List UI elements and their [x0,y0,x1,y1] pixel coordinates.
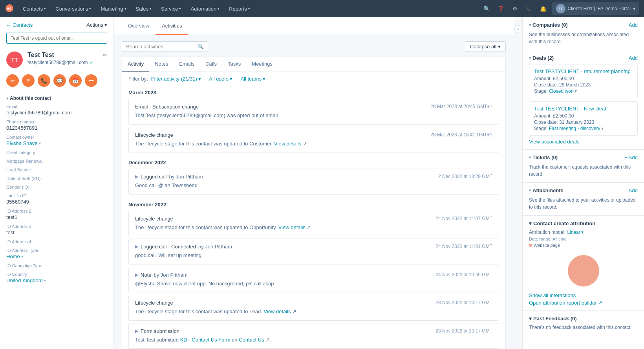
send-email-button[interactable]: ✉ [22,74,35,87]
collapse-icon: ▾ [529,23,531,27]
field-phone: Phone number 01234567891 [6,119,107,131]
collapse-icon: ▾ [529,220,532,226]
tickets-section: ▾ Tickets (0) + Add Track the customer r… [523,150,644,183]
view-details-link[interactable]: View details [278,224,306,230]
add-attachment-link[interactable]: Add [629,187,638,193]
expand-icon[interactable]: ▶ [135,244,138,249]
external-link-icon: ↗ [598,300,602,306]
hubspot-logo: HS [5,4,14,14]
expand-icon[interactable]: ▶ [135,272,138,277]
field-mortgage-renewal: Mortgage Renewal [6,159,107,163]
filter-separator: - [204,76,206,82]
tab-meetings[interactable]: Meetings [246,57,278,72]
activities-toolbar: 🔍 Collapse all ▾ [122,41,506,52]
tab-activities[interactable]: Activities [156,17,188,35]
nav-contacts[interactable]: Contacts ▾ [19,4,50,13]
activity-item: Lifecycle change 28 Mar 2023 at 18:41 GM… [128,127,499,153]
nav-conversations[interactable]: Conversations ▾ [51,4,95,13]
nav-marketing[interactable]: Marketing ▾ [97,4,130,13]
edit-contact-icon[interactable]: ✏ [103,52,107,58]
all-teams-filter[interactable]: All teams ▾ [240,76,265,82]
search-activities-box: 🔍 [122,41,208,52]
tab-calls[interactable]: Calls [200,57,222,72]
collapse-icon: ▾ [529,56,531,60]
contact-owner-dropdown[interactable]: Elysha Shave ▾ [6,140,107,146]
tab-emails[interactable]: Emails [174,57,200,72]
activities-container: 🔍 Collapse all ▾ Activity Notes Email [114,35,514,349]
chevron-down-icon: ▾ [263,76,265,82]
nav-automation[interactable]: Automation ▾ [187,4,223,13]
search-icon[interactable]: 🔍 [481,3,492,14]
avatar: TT [6,51,23,68]
log-activity-button[interactable]: 💬 [53,74,66,87]
chevron-down-icon: ▾ [248,7,250,11]
tab-tasks[interactable]: Tasks [222,57,246,72]
tab-notes[interactable]: Notes [149,57,174,72]
filter-separator2: - [236,76,237,82]
activity-item: Lifecycle change 24 Nov 2022 at 11:07 GM… [128,211,499,237]
io-country-dropdown[interactable]: United Kingdom ▾ [6,277,107,283]
deal-stage-link[interactable]: Closed won [549,88,574,94]
collapse-all-button[interactable]: Collapse all ▾ [465,41,506,52]
nav-sales[interactable]: Sales ▾ [132,4,156,13]
settings-icon[interactable]: ⚙ [510,3,521,14]
chevron-down-icon: ▾ [44,7,46,11]
deal-name-link[interactable]: Test TESTYCLIENT - New Deal [534,106,633,112]
field-email: Email testyclient56789@gmail.com [6,104,107,116]
notifications-icon[interactable]: 🔔 [538,3,549,14]
sidebar-toggle-button[interactable]: » [514,17,522,349]
back-to-contacts[interactable]: Contacts [6,22,33,28]
kd-contact-us-form-link[interactable]: KD - Contact Us Form [180,337,231,343]
chevron-down-icon: ▾ [179,7,181,11]
action-icons-bar: ✏ ✉ 📞 💬 📅 ••• [0,73,113,92]
deal-stage-link[interactable]: First meeting - discovery [549,126,600,131]
attribution-model-link[interactable]: Linear ▾ [567,230,583,235]
about-section-title[interactable]: ▾ About this contact [6,96,107,101]
contact-info: Test Test testyclient56789@gmail.com ✓ [27,51,107,65]
tab-overview[interactable]: Overview [122,17,156,35]
show-all-interactions-link[interactable]: Show all interactions [529,292,638,298]
contact-us-link[interactable]: Contact Us [239,337,264,343]
activity-item: ▶ Logged call - Connected by Jon Pittham… [128,239,499,265]
create-task-button[interactable]: ✏ [6,74,19,87]
deal-card: Test TESTYCLIENT - retuiremnet plannfng … [529,64,638,98]
portal-switcher[interactable]: U Clients First | IFA Demo Portal ▾ [552,2,640,15]
nav-service[interactable]: Service ▾ [157,4,185,13]
call-button[interactable]: 📞 [38,74,50,87]
deal-name-link[interactable]: Test TESTYCLIENT - retuiremnet plannfng [534,68,633,74]
attachments-section: ▾ Attachments Add See the files attached… [523,183,644,216]
search-activities-input[interactable] [126,44,195,50]
help-icon[interactable]: ❓ [496,3,507,14]
collapse-icon: ▾ [529,188,531,193]
field-intelliflo-id: Intelliflo ID 35560749 [6,193,107,205]
view-details-link[interactable]: View details [274,141,301,147]
view-associated-deals-link[interactable]: View associated deals [529,139,638,145]
tab-activity[interactable]: Activity [122,57,149,72]
center-content: Overview Activities 🔍 Collapse all ▾ [114,17,514,349]
filter-activity-link[interactable]: Filter activity (21/31) ▾ [151,76,201,82]
search-icon: 🔍 [198,44,204,50]
nav-right-area: 🔍 ❓ ⚙ 📞 🔔 U Clients First | IFA Demo Por… [481,2,640,15]
open-report-builder-link[interactable]: Open attribution report builder ↗ [529,300,638,306]
field-io-campaign-type: IO Campaign Type [6,263,107,268]
schedule-meeting-button[interactable]: 📅 [69,74,82,87]
contact-search-input[interactable] [6,33,107,44]
io-address-type-dropdown[interactable]: Home ▾ [6,253,107,259]
date-group-dec-2022: December 2022 [128,155,499,169]
collapse-icon: ▾ [529,155,531,160]
nav-reports[interactable]: Reports ▾ [225,4,254,13]
field-gender: Gender (IO) [6,185,107,189]
pie-chart [566,253,601,288]
all-users-filter[interactable]: All users ▾ [209,76,232,82]
view-details-link[interactable]: View details [263,309,291,314]
calls-icon[interactable]: 📞 [524,3,535,14]
add-company-link[interactable]: + Add [624,22,638,28]
expand-icon[interactable]: ▶ [135,329,138,334]
add-ticket-link[interactable]: + Add [624,154,638,160]
more-actions-button[interactable]: ••• [85,74,97,87]
expand-icon[interactable]: ▶ [135,174,138,179]
chevron-down-icon: ▾ [218,7,220,11]
contact-name: Test Test [27,51,107,59]
add-deal-link[interactable]: + Add [624,55,638,61]
actions-dropdown[interactable]: Actions ▾ [86,22,107,28]
